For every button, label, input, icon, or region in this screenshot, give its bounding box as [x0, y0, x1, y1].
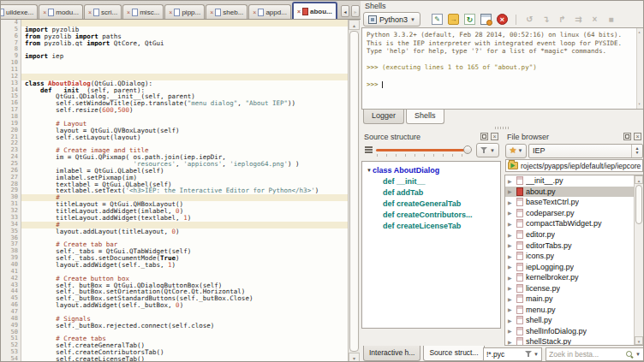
search-in-files-input[interactable]: Zoek in besta... ▼ [546, 347, 644, 361]
tab-close-icon[interactable]: × [169, 9, 172, 15]
shell-environment-icon[interactable] [448, 14, 459, 25]
shell-edit-icon[interactable] [432, 14, 443, 25]
editor-tab[interactable]: ×pipp... [164, 4, 205, 19]
tab-source-structure[interactable]: Source struct... [423, 346, 484, 361]
expander-icon[interactable]: ▶ [508, 264, 514, 270]
expander-icon[interactable]: ▶ [508, 210, 514, 216]
file-row[interactable]: ▶baseTextCtrl.py [505, 197, 643, 208]
dock-icon[interactable] [480, 133, 488, 140]
structure-item[interactable]: def createLicenseTab [362, 220, 500, 231]
shell-postmortem-icon[interactable] [480, 14, 492, 25]
expander-icon[interactable]: ▶ [508, 232, 514, 238]
scroll-up-arrow-icon[interactable]: ▴ [349, 20, 360, 30]
tab-close-icon[interactable]: × [297, 9, 301, 15]
code-line: 9import iep [1, 53, 348, 60]
structure-item-label: def createContributors... [383, 211, 473, 219]
editor-tab[interactable]: ×scri... [84, 4, 122, 19]
shell-tab-label: Python3 [379, 15, 408, 24]
file-row[interactable]: ▶codeparser.py [505, 208, 643, 219]
file-list-scrollbar[interactable]: ▴ ▾ [634, 175, 643, 345]
expander-icon[interactable]: ▶ [508, 253, 514, 259]
tab-close-icon[interactable]: × [210, 9, 213, 15]
structure-item[interactable]: def createContributors... [362, 209, 500, 220]
expander-icon[interactable]: ▶ [508, 242, 514, 248]
tab-close-icon[interactable]: × [127, 9, 130, 15]
file-row[interactable]: ▶about.py [505, 187, 643, 198]
path-field[interactable]: rojects/pyapps/iep/default/iep/iepcore [505, 159, 643, 172]
file-row[interactable]: ▶kernelbroker.py [505, 272, 643, 283]
code-line: 38 self._tabs = QtGui.QTabWidget(self) [1, 248, 348, 255]
file-list-scrollbar-thumb[interactable] [635, 185, 642, 224]
close-icon[interactable]: × [491, 133, 498, 140]
tab-shells[interactable]: Shells [406, 110, 444, 124]
expander-icon[interactable]: ▶ [508, 306, 514, 312]
shell-restart-icon[interactable] [464, 14, 475, 25]
code-line: 32 titleLayout.addWidget(imlabel, 0) [1, 208, 348, 215]
expander-icon[interactable]: ▶ [508, 199, 514, 205]
editor-scrollbar-thumb[interactable] [349, 31, 359, 352]
expander-icon[interactable]: ▶ [508, 221, 514, 227]
tab-logger[interactable]: Logger [363, 110, 404, 124]
editor-tab[interactable]: ×abou... [292, 2, 337, 19]
editor-scrollbar[interactable]: ▴ ▾ [348, 20, 360, 362]
filename-filter-input[interactable]: !*.pyc ▼ [483, 347, 542, 361]
expander-icon[interactable]: ▶ [508, 339, 514, 345]
editor-tab[interactable]: ×sheb... [206, 4, 247, 19]
editor-tab[interactable]: ×appd... [248, 4, 291, 19]
file-row[interactable]: ▶shellStack.py [505, 336, 643, 346]
tab-close-icon[interactable]: × [253, 9, 256, 15]
expander-icon[interactable]: ▶ [508, 188, 514, 194]
shell-terminate-icon[interactable] [497, 14, 508, 25]
editor-tab-label: sheb... [223, 9, 243, 16]
expander-icon[interactable]: ▶ [508, 275, 514, 281]
shell-output[interactable]: Python 3.3.2+ (default, Feb 28 2014, 00:… [361, 27, 644, 110]
spinner-arrows-icon[interactable]: ▲▼ [631, 145, 642, 157]
expander-icon[interactable]: ▼ [366, 168, 373, 173]
file-row[interactable]: ▶shell.py [505, 315, 643, 326]
file-row[interactable]: ▶license.py [505, 282, 643, 294]
project-select[interactable]: IEP ▲▼ [528, 144, 643, 158]
tab-close-icon[interactable]: × [43, 9, 46, 15]
structure-filter-button[interactable]: ▼ [476, 143, 499, 157]
dock-icon[interactable] [623, 133, 631, 140]
close-icon[interactable]: × [634, 133, 641, 140]
depth-slider-track[interactable] [376, 149, 467, 151]
expander-icon[interactable]: ▶ [508, 285, 514, 291]
tab-close-icon[interactable]: × [88, 9, 92, 15]
file-row[interactable]: ▶shellInfoDialog.py [505, 326, 643, 337]
shell-scrollbar[interactable] [636, 28, 643, 109]
favorites-button[interactable]: ★ ▼ [505, 144, 527, 158]
editor-tab[interactable]: ×uildexe... [1, 4, 38, 19]
code-line: 27 imlabel.setPixmap(im) [1, 175, 348, 181]
file-row[interactable]: ▶compactTabWidget.py [505, 218, 643, 229]
structure-item[interactable]: def addTab [362, 187, 500, 198]
file-row[interactable]: ▶editor.py [505, 229, 643, 240]
horizontal-splitter-handle[interactable] [495, 127, 509, 129]
expander-icon[interactable]: ▶ [508, 178, 514, 184]
structure-item[interactable]: ▼class AboutDialog [362, 164, 500, 175]
code-editor[interactable]: 45import pyzolib6from pyzolib import pat… [1, 20, 348, 362]
tab-scroll-right-button[interactable]: ▸ [351, 5, 360, 17]
scroll-down-arrow-icon[interactable]: ▾ [349, 353, 360, 362]
tab-interactive-help[interactable]: Interactive h... [363, 346, 420, 361]
editor-tab[interactable]: ×modu... [39, 4, 83, 19]
code-line: 11 [1, 67, 348, 74]
file-row[interactable]: ▶menu.py [505, 305, 643, 316]
file-row[interactable]: ▶__init__.py [505, 175, 643, 187]
file-row[interactable]: ▶editorTabs.py [505, 240, 643, 251]
structure-item-label: def createGeneralTab [383, 199, 461, 208]
file-row[interactable]: ▶icons.py [505, 251, 643, 262]
editor-tab[interactable]: ×misc... [122, 4, 164, 19]
shell-tab-python3[interactable]: Python3 ▼ [363, 12, 420, 27]
file-row[interactable]: ▶iepLogging.py [505, 261, 643, 272]
tab-scroll-left-button[interactable]: ◂ [341, 5, 349, 17]
structure-item[interactable]: def __init__ [362, 175, 500, 187]
expander-icon[interactable]: ▶ [508, 328, 514, 334]
file-row[interactable]: ▶main.py [505, 294, 643, 305]
expander-icon[interactable]: ▶ [508, 317, 514, 323]
structure-item[interactable]: def createGeneralTab [362, 198, 500, 209]
depth-slider-handle[interactable] [463, 145, 472, 154]
expander-icon[interactable]: ▶ [508, 296, 514, 302]
scroll-up-arrow-icon[interactable]: ▴ [635, 175, 643, 184]
scroll-down-arrow-icon[interactable]: ▾ [635, 336, 643, 345]
